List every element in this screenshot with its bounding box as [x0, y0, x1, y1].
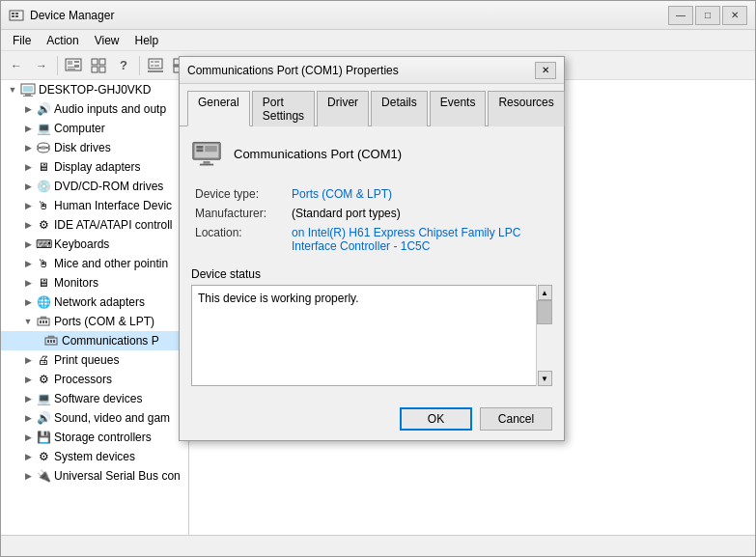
tree-item-mice[interactable]: ▶ 🖱 Mice and other pointin	[1, 254, 188, 273]
svg-rect-14	[99, 67, 105, 72]
title-bar-text: Device Manager	[30, 9, 668, 22]
tree-item-system[interactable]: ▶ ⚙ System devices	[1, 447, 188, 466]
back-button[interactable]: ←	[5, 54, 28, 77]
tree-panel[interactable]: ▼ DESKTOP-GHJ0VKD ▶ 🔊 Audio inputs and o…	[1, 80, 189, 535]
print-expand-icon: ▶	[20, 352, 36, 368]
tree-item-software[interactable]: ▶ 💻 Software devices	[1, 389, 188, 408]
tab-bar: General Port Settings Driver Details Eve…	[180, 84, 564, 125]
display-expand-icon: ▶	[20, 159, 36, 175]
svg-rect-10	[68, 69, 75, 70]
close-button[interactable]: ✕	[722, 6, 747, 25]
cancel-button[interactable]: Cancel	[480, 407, 552, 431]
minimize-button[interactable]: —	[668, 6, 693, 25]
tab-driver[interactable]: Driver	[317, 91, 369, 126]
toolbar-separator-2	[139, 56, 140, 75]
tree-item-usb[interactable]: ▶ 🔌 Universal Serial Bus con	[1, 466, 188, 486]
menu-bar: File Action View Help	[1, 30, 755, 51]
tree-item-ports[interactable]: ▼ Ports (COM & LPT)	[1, 312, 188, 331]
processors-icon: ⚙	[36, 372, 51, 387]
ports-expand-icon: ▼	[20, 314, 36, 329]
system-label: System devices	[54, 450, 135, 463]
tree-item-hid[interactable]: ▶ 🖱 Human Interface Devic	[1, 196, 188, 215]
dialog-title-bar: Communications Port (COM1) Properties ✕	[180, 57, 564, 84]
monitors-icon: 🖥	[36, 275, 51, 291]
svg-rect-51	[200, 164, 213, 166]
sound-expand-icon: ▶	[20, 410, 36, 426]
app-icon	[9, 8, 24, 23]
status-bar	[1, 535, 755, 556]
tab-events[interactable]: Events	[430, 91, 487, 126]
scrollbar-up-arrow[interactable]: ▲	[538, 285, 552, 300]
toolbar-btn-3[interactable]	[62, 54, 85, 77]
tree-item-monitors[interactable]: ▶ 🖥 Monitors	[1, 273, 188, 292]
svg-rect-47	[196, 146, 203, 149]
device-type-value[interactable]: Ports (COM & LPT)	[292, 187, 392, 201]
properties-dialog: Communications Port (COM1) Properties ✕ …	[179, 56, 565, 441]
svg-rect-29	[25, 94, 31, 96]
scrollbar-down-arrow[interactable]: ▼	[538, 371, 552, 386]
manufacturer-row: Manufacturer: (Standard port types)	[191, 204, 552, 223]
tree-item-audio[interactable]: ▶ 🔊 Audio inputs and outp	[1, 99, 188, 119]
tab-details[interactable]: Details	[371, 91, 428, 126]
tree-item-network[interactable]: ▶ 🌐 Network adapters	[1, 292, 188, 312]
svg-rect-1	[12, 13, 14, 14]
tree-item-disk[interactable]: ▶ Disk drives	[1, 138, 188, 157]
ok-button[interactable]: OK	[400, 407, 472, 431]
toolbar-btn-6[interactable]	[144, 54, 167, 77]
svg-rect-44	[48, 336, 54, 338]
tree-root[interactable]: ▼ DESKTOP-GHJ0VKD	[1, 80, 188, 99]
software-icon: 💻	[36, 391, 51, 406]
tree-item-storage[interactable]: ▶ 💾 Storage controllers	[1, 428, 188, 447]
device-status-label: Device status	[191, 267, 552, 281]
tree-item-sound[interactable]: ▶ 🔊 Sound, video and gam	[1, 408, 188, 428]
tree-item-dvd[interactable]: ▶ 💿 DVD/CD-ROM drives	[1, 177, 188, 196]
scrollbar-thumb[interactable]	[537, 300, 552, 324]
manufacturer-value: (Standard port types)	[288, 204, 552, 223]
display-icon: 🖥	[36, 159, 51, 175]
forward-button[interactable]: →	[30, 54, 53, 77]
ports-label: Ports (COM & LPT)	[54, 315, 154, 328]
svg-rect-20	[148, 70, 163, 72]
keyboards-label: Keyboards	[54, 237, 109, 251]
toolbar-separator-1	[57, 56, 58, 75]
tree-item-computer[interactable]: ▶ 💻 Computer	[1, 119, 188, 138]
dialog-close-button[interactable]: ✕	[535, 62, 556, 79]
menu-file[interactable]: File	[5, 32, 39, 49]
location-value[interactable]: on Intel(R) H61 Express Chipset Family L…	[292, 226, 520, 253]
toolbar-btn-5[interactable]: ?	[112, 54, 135, 77]
dialog-footer: OK Cancel	[180, 398, 564, 440]
print-icon: 🖨	[36, 352, 51, 368]
hid-icon: 🖱	[36, 198, 51, 213]
mice-label: Mice and other pointin	[54, 257, 168, 270]
root-label: DESKTOP-GHJ0VKD	[39, 83, 151, 97]
svg-rect-16	[151, 61, 154, 63]
tree-item-keyboards[interactable]: ▶ ⌨ Keyboards	[1, 235, 188, 254]
maximize-button[interactable]: □	[695, 6, 720, 25]
mice-expand-icon: ▶	[20, 256, 36, 271]
computer-icon: 💻	[36, 121, 51, 136]
menu-help[interactable]: Help	[127, 32, 167, 49]
tree-item-ide[interactable]: ▶ ⚙ IDE ATA/ATAPI controll	[1, 215, 188, 235]
tree-item-display[interactable]: ▶ 🖥 Display adapters	[1, 157, 188, 177]
tree-item-print[interactable]: ▶ 🖨 Print queues	[1, 350, 188, 370]
root-expand-icon: ▼	[5, 82, 20, 97]
tree-item-com1[interactable]: Communications P	[1, 331, 188, 350]
tab-port-settings[interactable]: Port Settings	[252, 91, 315, 126]
svg-rect-2	[12, 15, 14, 17]
disk-expand-icon: ▶	[20, 140, 36, 155]
svg-rect-4	[15, 15, 18, 17]
location-label: Location:	[191, 223, 288, 256]
com1-label: Communications P	[62, 334, 159, 348]
root-computer-icon	[20, 82, 36, 97]
menu-action[interactable]: Action	[39, 32, 86, 49]
tree-item-processors[interactable]: ▶ ⚙ Processors	[1, 370, 188, 389]
status-scrollbar[interactable]: ▲ ▼	[536, 285, 552, 386]
computer-label: Computer	[54, 122, 105, 135]
toolbar-btn-4[interactable]	[87, 54, 110, 77]
display-label: Display adapters	[54, 160, 140, 174]
tab-general[interactable]: General	[187, 91, 250, 126]
sound-icon: 🔊	[36, 410, 51, 426]
menu-view[interactable]: View	[87, 32, 127, 49]
tab-resources[interactable]: Resources	[488, 91, 564, 126]
ide-expand-icon: ▶	[20, 217, 36, 233]
